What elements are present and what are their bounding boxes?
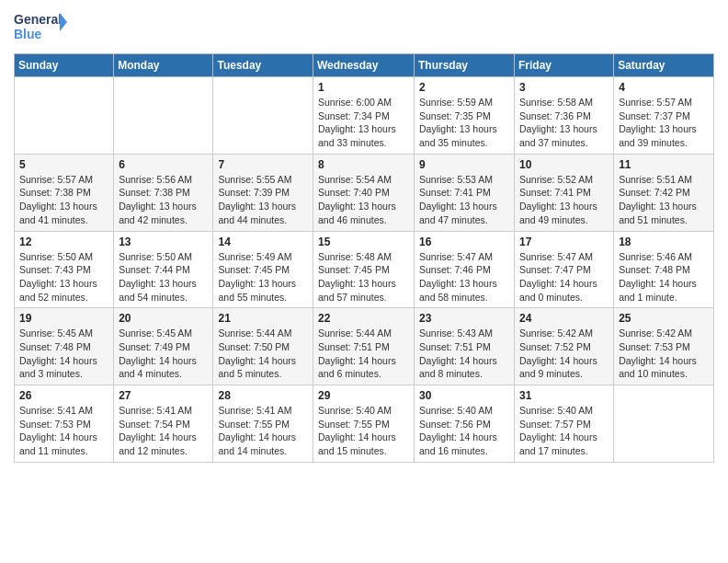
calendar-week-4: 19Sunrise: 5:45 AM Sunset: 7:48 PM Dayli…	[15, 308, 714, 385]
calendar-cell: 17Sunrise: 5:47 AM Sunset: 7:47 PM Dayli…	[515, 231, 614, 308]
day-info: Sunrise: 5:41 AM Sunset: 7:55 PM Dayligh…	[218, 404, 308, 458]
day-info: Sunrise: 5:40 AM Sunset: 7:55 PM Dayligh…	[318, 404, 409, 458]
calendar-cell: 12Sunrise: 5:50 AM Sunset: 7:43 PM Dayli…	[15, 231, 114, 308]
calendar-cell: 5Sunrise: 5:57 AM Sunset: 7:38 PM Daylig…	[15, 154, 114, 231]
calendar-week-3: 12Sunrise: 5:50 AM Sunset: 7:43 PM Dayli…	[15, 231, 714, 308]
day-number: 13	[119, 236, 208, 248]
day-number: 9	[419, 158, 509, 171]
day-number: 27	[119, 389, 208, 402]
day-info: Sunrise: 5:47 AM Sunset: 7:47 PM Dayligh…	[519, 250, 609, 304]
day-number: 5	[19, 158, 108, 171]
calendar-cell: 25Sunrise: 5:42 AM Sunset: 7:53 PM Dayli…	[614, 308, 714, 385]
day-number: 20	[119, 312, 208, 325]
day-info: Sunrise: 5:51 AM Sunset: 7:42 PM Dayligh…	[619, 173, 709, 227]
calendar-cell: 9Sunrise: 5:53 AM Sunset: 7:41 PM Daylig…	[415, 154, 515, 231]
calendar-cell: 2Sunrise: 5:59 AM Sunset: 7:35 PM Daylig…	[415, 77, 515, 155]
day-number: 29	[318, 389, 409, 402]
day-number: 14	[218, 236, 308, 248]
day-header-sunday: Sunday	[15, 54, 114, 77]
day-header-thursday: Thursday	[415, 54, 515, 77]
day-header-wednesday: Wednesday	[313, 54, 415, 77]
day-number: 22	[318, 312, 409, 325]
calendar-week-5: 26Sunrise: 5:41 AM Sunset: 7:53 PM Dayli…	[15, 385, 714, 463]
day-number: 30	[419, 389, 509, 402]
day-number: 21	[218, 312, 308, 325]
day-header-friday: Friday	[515, 54, 614, 77]
calendar-cell: 30Sunrise: 5:40 AM Sunset: 7:56 PM Dayli…	[415, 385, 515, 463]
day-info: Sunrise: 5:59 AM Sunset: 7:35 PM Dayligh…	[419, 96, 509, 150]
day-number: 12	[19, 236, 108, 248]
day-info: Sunrise: 5:47 AM Sunset: 7:46 PM Dayligh…	[419, 250, 509, 304]
day-info: Sunrise: 5:44 AM Sunset: 7:50 PM Dayligh…	[218, 327, 308, 381]
calendar-cell: 24Sunrise: 5:42 AM Sunset: 7:52 PM Dayli…	[515, 308, 614, 385]
calendar-week-2: 5Sunrise: 5:57 AM Sunset: 7:38 PM Daylig…	[15, 154, 714, 231]
calendar-cell	[15, 77, 114, 155]
day-number: 16	[419, 236, 509, 248]
day-info: Sunrise: 5:41 AM Sunset: 7:54 PM Dayligh…	[119, 404, 208, 458]
day-number: 3	[519, 81, 609, 94]
logo: General Blue	[14, 9, 69, 46]
calendar-cell: 29Sunrise: 5:40 AM Sunset: 7:55 PM Dayli…	[313, 385, 415, 463]
day-number: 23	[419, 312, 509, 325]
calendar-cell: 23Sunrise: 5:43 AM Sunset: 7:51 PM Dayli…	[415, 308, 515, 385]
calendar-cell: 16Sunrise: 5:47 AM Sunset: 7:46 PM Dayli…	[415, 231, 515, 308]
day-header-tuesday: Tuesday	[213, 54, 313, 77]
svg-text:General: General	[14, 12, 62, 27]
calendar-cell: 6Sunrise: 5:56 AM Sunset: 7:38 PM Daylig…	[114, 154, 213, 231]
logo-svg: General Blue	[14, 9, 69, 46]
calendar-header-row: SundayMondayTuesdayWednesdayThursdayFrid…	[15, 54, 714, 77]
day-number: 28	[218, 389, 308, 402]
day-info: Sunrise: 5:40 AM Sunset: 7:57 PM Dayligh…	[519, 404, 609, 458]
day-header-monday: Monday	[114, 54, 213, 77]
day-number: 25	[619, 312, 709, 325]
day-number: 4	[619, 81, 709, 94]
day-info: Sunrise: 5:56 AM Sunset: 7:38 PM Dayligh…	[119, 173, 208, 227]
calendar-cell: 11Sunrise: 5:51 AM Sunset: 7:42 PM Dayli…	[614, 154, 714, 231]
day-info: Sunrise: 5:54 AM Sunset: 7:40 PM Dayligh…	[318, 173, 409, 227]
calendar-cell: 19Sunrise: 5:45 AM Sunset: 7:48 PM Dayli…	[15, 308, 114, 385]
day-number: 24	[519, 312, 609, 325]
day-info: Sunrise: 5:42 AM Sunset: 7:53 PM Dayligh…	[619, 327, 709, 381]
day-number: 2	[419, 81, 509, 94]
calendar-cell: 13Sunrise: 5:50 AM Sunset: 7:44 PM Dayli…	[114, 231, 213, 308]
calendar-cell	[114, 77, 213, 155]
day-info: Sunrise: 5:41 AM Sunset: 7:53 PM Dayligh…	[19, 404, 108, 458]
day-number: 19	[19, 312, 108, 325]
calendar-cell: 3Sunrise: 5:58 AM Sunset: 7:36 PM Daylig…	[515, 77, 614, 155]
day-number: 11	[619, 158, 709, 171]
day-number: 17	[519, 236, 609, 248]
calendar-cell: 26Sunrise: 5:41 AM Sunset: 7:53 PM Dayli…	[15, 385, 114, 463]
day-number: 10	[519, 158, 609, 171]
calendar-cell: 7Sunrise: 5:55 AM Sunset: 7:39 PM Daylig…	[213, 154, 313, 231]
day-number: 26	[19, 389, 108, 402]
day-number: 6	[119, 158, 208, 171]
day-info: Sunrise: 5:48 AM Sunset: 7:45 PM Dayligh…	[318, 250, 409, 304]
calendar-cell: 28Sunrise: 5:41 AM Sunset: 7:55 PM Dayli…	[213, 385, 313, 463]
calendar-cell: 4Sunrise: 5:57 AM Sunset: 7:37 PM Daylig…	[614, 77, 714, 155]
day-info: Sunrise: 5:40 AM Sunset: 7:56 PM Dayligh…	[419, 404, 509, 458]
day-info: Sunrise: 5:57 AM Sunset: 7:38 PM Dayligh…	[19, 173, 108, 227]
svg-text:Blue: Blue	[14, 27, 42, 41]
calendar-cell: 10Sunrise: 5:52 AM Sunset: 7:41 PM Dayli…	[515, 154, 614, 231]
calendar-cell: 8Sunrise: 5:54 AM Sunset: 7:40 PM Daylig…	[313, 154, 415, 231]
calendar-cell: 18Sunrise: 5:46 AM Sunset: 7:48 PM Dayli…	[614, 231, 714, 308]
day-info: Sunrise: 5:44 AM Sunset: 7:51 PM Dayligh…	[318, 327, 409, 381]
day-info: Sunrise: 5:50 AM Sunset: 7:44 PM Dayligh…	[119, 250, 208, 304]
calendar-cell: 14Sunrise: 5:49 AM Sunset: 7:45 PM Dayli…	[213, 231, 313, 308]
day-info: Sunrise: 5:55 AM Sunset: 7:39 PM Dayligh…	[218, 173, 308, 227]
day-info: Sunrise: 5:49 AM Sunset: 7:45 PM Dayligh…	[218, 250, 308, 304]
day-header-saturday: Saturday	[614, 54, 714, 77]
day-number: 8	[318, 158, 409, 171]
day-number: 31	[519, 389, 609, 402]
day-info: Sunrise: 5:50 AM Sunset: 7:43 PM Dayligh…	[19, 250, 108, 304]
day-info: Sunrise: 5:52 AM Sunset: 7:41 PM Dayligh…	[519, 173, 609, 227]
day-info: Sunrise: 5:58 AM Sunset: 7:36 PM Dayligh…	[519, 96, 609, 150]
day-info: Sunrise: 5:46 AM Sunset: 7:48 PM Dayligh…	[619, 250, 709, 304]
calendar-cell	[614, 385, 714, 463]
day-number: 18	[619, 236, 709, 248]
day-info: Sunrise: 5:45 AM Sunset: 7:48 PM Dayligh…	[19, 327, 108, 381]
day-number: 7	[218, 158, 308, 171]
day-number: 15	[318, 236, 409, 248]
calendar-cell: 21Sunrise: 5:44 AM Sunset: 7:50 PM Dayli…	[213, 308, 313, 385]
day-info: Sunrise: 5:57 AM Sunset: 7:37 PM Dayligh…	[619, 96, 709, 150]
